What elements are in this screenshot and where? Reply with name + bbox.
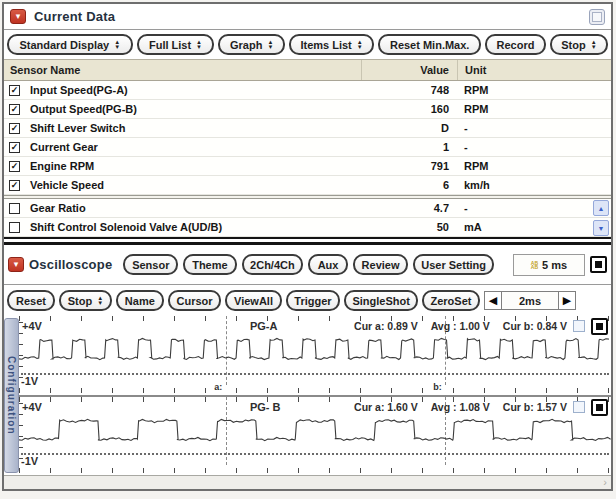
channel-a-min-label: -1V: [21, 375, 38, 387]
table-row[interactable]: ✓ Vehicle Speed 6 km/h: [4, 176, 611, 195]
sweep-control: 2ms: [484, 291, 576, 310]
channel-b-name: PG- B: [250, 401, 281, 413]
review-button[interactable]: Review: [353, 254, 409, 275]
sensor-unit: -: [457, 138, 589, 156]
row-checkbox[interactable]: ✓: [9, 104, 20, 115]
column-value[interactable]: Value: [361, 60, 457, 80]
table-row[interactable]: ✓ Output Speed(PG-B) 160 RPM: [4, 100, 611, 119]
single-shot-label: SingleShot: [352, 295, 409, 307]
row-checkbox[interactable]: [9, 203, 20, 214]
scope-channel-a: +4V PG-A Cur a: 0.89 V Avg : 1.00 V Cur …: [19, 316, 611, 397]
timebase-display: 5 ms: [513, 254, 585, 276]
channel-b-checkbox[interactable]: [573, 401, 585, 413]
full-list-select[interactable]: Full List: [137, 34, 215, 55]
standard-display-label: Standard Display: [19, 39, 109, 51]
ab-channels-icon: [531, 261, 538, 269]
single-shot-button[interactable]: SingleShot: [344, 290, 418, 311]
row-checkbox[interactable]: ✓: [9, 161, 20, 172]
zero-set-label: ZeroSet: [430, 295, 471, 307]
scope-area: Configuration +4V PG-A Cur a: 0.89 V Avg…: [4, 316, 611, 475]
sensor-name: Shift Lever Switch: [24, 122, 361, 134]
sensor-name: Engine RPM: [24, 160, 361, 172]
cursor-a-value: Cur a: 1.60 V: [354, 401, 418, 413]
channel-b-min-label: -1V: [21, 455, 38, 467]
sensor-unit: RPM: [457, 100, 589, 118]
row-scroll-spacer: [589, 119, 611, 137]
panel-collapse-icon[interactable]: [8, 257, 24, 272]
channel-mode-button[interactable]: 2Ch/4Ch: [242, 254, 304, 275]
view-all-button[interactable]: ViewAll: [225, 290, 281, 311]
scroll-up-button[interactable]: [593, 200, 609, 216]
table-row[interactable]: ✓ Current Gear 1 -: [4, 138, 611, 157]
reset-button[interactable]: Reset: [7, 290, 55, 311]
theme-button[interactable]: Theme: [183, 254, 236, 275]
sensor-button[interactable]: Sensor: [123, 254, 178, 275]
row-checkbox[interactable]: [9, 222, 20, 233]
scope-stop-label: Stop: [68, 295, 92, 307]
table-row[interactable]: ✓ Input Speed(PG-A) 748 RPM: [4, 81, 611, 100]
items-list-label: Items List: [300, 39, 351, 51]
channel-a-readouts: Cur a: 0.89 V Avg : 1.00 V Cur b: 0.84 V: [354, 320, 567, 332]
name-button[interactable]: Name: [116, 290, 164, 311]
items-list-select[interactable]: Items List: [289, 34, 374, 55]
current-data-titlebar: Current Data: [4, 4, 611, 30]
column-sensor-name[interactable]: Sensor Name: [4, 64, 361, 76]
channel-b-waveform: [19, 414, 611, 446]
spinner-icon: [357, 40, 363, 50]
row-checkbox[interactable]: ✓: [9, 123, 20, 134]
channel-a-checkbox[interactable]: [573, 320, 585, 332]
unselected-sensor-table: Gear Ratio 4.7 - Shift Control Solenoid …: [4, 199, 611, 237]
sensor-value: 791: [361, 157, 457, 175]
spinner-icon: [267, 40, 273, 50]
table-row[interactable]: Shift Control Solenoid Valve A(UD/B) 50 …: [4, 218, 611, 237]
aux-button[interactable]: Aux: [308, 254, 347, 275]
scope-channels: +4V PG-A Cur a: 0.89 V Avg : 1.00 V Cur …: [19, 316, 611, 475]
row-checkbox[interactable]: ✓: [9, 142, 20, 153]
sweep-increase-button[interactable]: [558, 291, 576, 310]
scope-stop-select[interactable]: Stop: [59, 290, 112, 311]
channel-mode-label: 2Ch/4Ch: [250, 259, 295, 271]
stop-select[interactable]: Stop: [550, 34, 608, 55]
oscilloscope-toolbar: Reset Stop Name Cursor ViewAll Trigger S…: [4, 285, 611, 316]
oscilloscope-title: Oscilloscope: [29, 257, 112, 272]
table-header: Sensor Name Value Unit: [4, 59, 611, 81]
current-data-title: Current Data: [34, 9, 115, 24]
table-row[interactable]: ✓ Shift Lever Switch D -: [4, 119, 611, 138]
record-label: Record: [496, 39, 534, 51]
cursor-a-value: Cur a: 0.89 V: [354, 320, 418, 332]
horizontal-scrollbar[interactable]: ›: [4, 475, 611, 489]
graph-select[interactable]: Graph: [218, 34, 284, 55]
sensor-name: Output Speed(PG-B): [24, 103, 361, 115]
row-checkbox[interactable]: ✓: [9, 180, 20, 191]
full-list-label: Full List: [149, 39, 191, 51]
configuration-tab[interactable]: Configuration: [4, 318, 19, 473]
row-scroll-spacer: [589, 138, 611, 156]
oscilloscope-titlebar: Oscilloscope Sensor Theme 2Ch/4Ch Aux Re…: [4, 245, 611, 285]
scroll-right-icon[interactable]: ›: [603, 476, 607, 489]
cursor-button[interactable]: Cursor: [168, 290, 222, 311]
column-unit[interactable]: Unit: [457, 60, 589, 80]
channel-a-max-label: +4V: [22, 320, 42, 332]
sensor-value: D: [361, 119, 457, 137]
spinner-icon: [97, 296, 103, 306]
scope-stop-icon[interactable]: [590, 256, 607, 273]
record-button[interactable]: Record: [485, 34, 546, 55]
channel-b-readouts: Cur a: 1.60 V Avg : 1.08 V Cur b: 1.57 V: [354, 401, 567, 413]
table-row[interactable]: Gear Ratio 4.7 -: [4, 199, 611, 218]
sweep-decrease-button[interactable]: [484, 291, 502, 310]
reset-minmax-button[interactable]: Reset Min.Max.: [378, 34, 481, 55]
user-setting-button[interactable]: User Setting: [413, 254, 494, 275]
scope-channel-b: +4V PG- B Cur a: 1.60 V Avg : 1.08 V Cur…: [19, 397, 611, 476]
table-row[interactable]: ✓ Engine RPM 791 RPM: [4, 157, 611, 176]
panel-collapse-icon[interactable]: [10, 9, 26, 24]
scroll-down-button[interactable]: [593, 220, 609, 236]
restore-window-button[interactable]: [589, 9, 605, 25]
standard-display-select[interactable]: Standard Display: [7, 34, 133, 55]
average-value: Avg : 1.08 V: [431, 401, 490, 413]
sensor-name: Input Speed(PG-A): [24, 84, 361, 96]
zero-set-button[interactable]: ZeroSet: [422, 290, 480, 311]
row-checkbox[interactable]: ✓: [9, 85, 20, 96]
diagnostic-window: Current Data Standard Display Full List …: [2, 2, 613, 491]
aux-button-label: Aux: [318, 259, 339, 271]
trigger-button[interactable]: Trigger: [286, 290, 341, 311]
